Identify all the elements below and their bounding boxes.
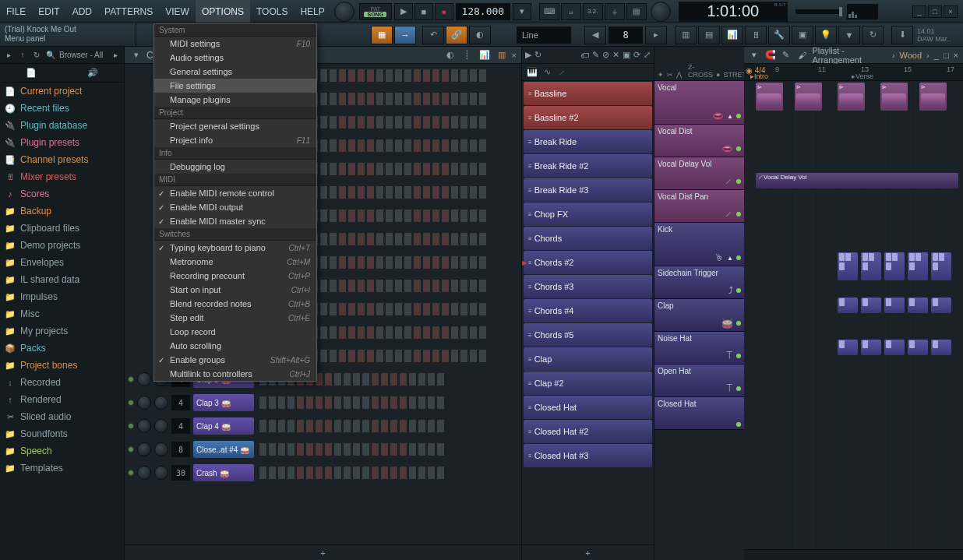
channel-pan-knob[interactable] — [137, 442, 151, 456]
step-cell[interactable] — [315, 396, 323, 410]
pattern-opts[interactable]: ▸ — [645, 26, 667, 44]
browser-item[interactable]: 📁Backup — [0, 203, 124, 220]
step-cell[interactable] — [427, 442, 436, 456]
view-playlist[interactable]: ▥ — [675, 26, 697, 44]
menu-options[interactable]: OPTIONS — [196, 0, 250, 23]
browser-item[interactable]: 📑Channel presets — [0, 151, 124, 168]
browser-item[interactable]: 📁Envelopes — [0, 254, 124, 271]
step-cell[interactable] — [436, 466, 445, 480]
step-cell[interactable] — [287, 419, 295, 433]
step-cell[interactable] — [427, 466, 436, 480]
playlist-track-header[interactable]: Open Hat⟙ — [654, 365, 744, 397]
menu-item[interactable]: ✓Typing keyboard to pianoCtrl+T — [154, 241, 316, 255]
step-cell[interactable] — [418, 419, 426, 433]
pattern-item[interactable]: ≡Closed Hat #3 — [524, 444, 652, 467]
step-cell[interactable] — [277, 466, 286, 480]
menu-item[interactable]: Auto scrolling — [154, 339, 316, 353]
playlist-clip[interactable] — [884, 252, 905, 280]
pattern-item[interactable]: ≡Closed Hat — [524, 396, 652, 419]
step-sequencer[interactable] — [259, 466, 445, 480]
pat-tag-icon[interactable]: 🏷 — [580, 51, 589, 60]
menu-item[interactable]: Multilink to controllersCtrl+J — [154, 367, 316, 381]
step-cell[interactable] — [380, 396, 389, 410]
step-cell[interactable] — [380, 442, 389, 456]
step-cell[interactable] — [408, 466, 417, 480]
step-cell[interactable] — [259, 442, 267, 456]
step-cell[interactable] — [371, 442, 379, 456]
step-cell[interactable] — [333, 419, 342, 433]
playlist-clip[interactable] — [931, 252, 951, 280]
step-cell[interactable] — [380, 419, 389, 433]
timeline-marker[interactable]: ▸Verse — [849, 72, 876, 80]
view-mixer[interactable]: 🎚 — [745, 26, 767, 44]
master-pitch-knob[interactable] — [651, 2, 671, 22]
step-cell[interactable] — [418, 396, 426, 410]
pattern-item[interactable]: ≡Bassline #2 — [524, 106, 652, 129]
browser-item[interactable]: ↓Recorded — [0, 374, 124, 391]
step-cell[interactable] — [324, 466, 333, 480]
track-mute-led[interactable] — [736, 321, 741, 326]
channel-name-button[interactable]: Clap 4🥁 — [193, 417, 254, 435]
step-cell[interactable] — [408, 419, 417, 433]
browser-up-icon[interactable]: ↑ — [17, 51, 28, 59]
window-maximize[interactable]: □ — [928, 5, 942, 18]
channel-vol-knob[interactable] — [154, 466, 168, 480]
pat-auto-icon[interactable]: ⟋ — [557, 68, 566, 77]
menu-item[interactable]: ✓Enable MIDI output — [154, 200, 316, 214]
step-cell[interactable] — [333, 442, 342, 456]
tool-undo[interactable]: ↶ — [422, 26, 444, 44]
cr-close-icon[interactable]: × — [512, 51, 517, 60]
playlist-track-header[interactable]: Vocal Delay Vol⟋ — [654, 157, 744, 190]
pattern-item[interactable]: ≡Break Ride — [524, 130, 652, 153]
menu-item[interactable]: ✓Enable groupsShift+Alt+G — [154, 353, 316, 367]
step-cell[interactable] — [343, 442, 351, 456]
pat-sel-icon[interactable]: ▣ — [623, 50, 630, 60]
channel-vol-knob[interactable] — [154, 442, 168, 456]
browser-collapse-icon[interactable]: 📄 — [26, 68, 37, 78]
playlist-clip[interactable] — [931, 298, 951, 313]
patterns-add[interactable]: + — [522, 544, 654, 560]
track-mute-led[interactable] — [736, 212, 741, 217]
playlist-clip[interactable] — [861, 340, 881, 355]
step-cell[interactable] — [418, 466, 426, 480]
menu-file[interactable]: FILE — [0, 0, 32, 23]
step-cell[interactable] — [390, 466, 398, 480]
browser-item[interactable]: 📁IL shared data — [0, 271, 124, 288]
menu-item[interactable]: MIDI settingsF10 — [154, 37, 316, 51]
view-browser[interactable]: 🔧 — [768, 26, 790, 44]
menu-view[interactable]: VIEW — [159, 0, 196, 23]
step-cell[interactable] — [399, 419, 407, 433]
step-cell[interactable] — [380, 372, 389, 386]
browser-item[interactable]: ↑Rendered — [0, 391, 124, 408]
step-cell[interactable] — [390, 419, 398, 433]
browser-item[interactable]: 🔌Plugin presets — [0, 134, 124, 151]
playlist-clip[interactable]: ⟋Vocal Delay Vol — [756, 173, 958, 188]
step-cell[interactable] — [390, 442, 398, 456]
pattern-item[interactable]: ≡Clap — [524, 347, 652, 371]
menu-item[interactable]: File settings — [154, 79, 316, 93]
browser-item[interactable]: 🕘Recent files — [0, 100, 124, 117]
menu-add[interactable]: ADD — [66, 0, 98, 23]
cr-menu-icon[interactable]: ▾ — [129, 50, 143, 60]
step-cell[interactable] — [315, 419, 323, 433]
channel-rack-add[interactable]: + — [125, 544, 521, 560]
step-cell[interactable] — [371, 466, 379, 480]
step-cell[interactable] — [259, 396, 267, 410]
browser-expand-icon[interactable]: ▸ — [110, 51, 121, 59]
step-cell[interactable] — [259, 466, 267, 480]
tracks-wand-icon[interactable]: ⋀ — [676, 71, 682, 79]
playlist-track-header[interactable]: Kick🖰▲ — [654, 223, 744, 266]
step-cell[interactable] — [324, 442, 333, 456]
snap-select[interactable]: Line — [517, 26, 571, 44]
playlist-body[interactable]: ⊳⊳⊳⊳⊳⟋Vocal Delay Vol — [744, 81, 963, 549]
browser-item[interactable]: ✂Sliced audio — [0, 408, 124, 425]
pat-x-icon[interactable]: ✕ — [612, 50, 619, 60]
playlist-track-header[interactable]: Vocal👄▲ — [654, 81, 744, 125]
step-cell[interactable] — [436, 419, 445, 433]
step-cell[interactable] — [390, 396, 398, 410]
menu-item[interactable]: Loop record — [154, 325, 316, 339]
step-cell[interactable] — [277, 442, 286, 456]
pat-loop-icon[interactable]: ↻ — [534, 50, 541, 60]
step-sequencer[interactable] — [259, 396, 445, 410]
browser-item[interactable]: 🎚Mixer presets — [0, 168, 124, 185]
